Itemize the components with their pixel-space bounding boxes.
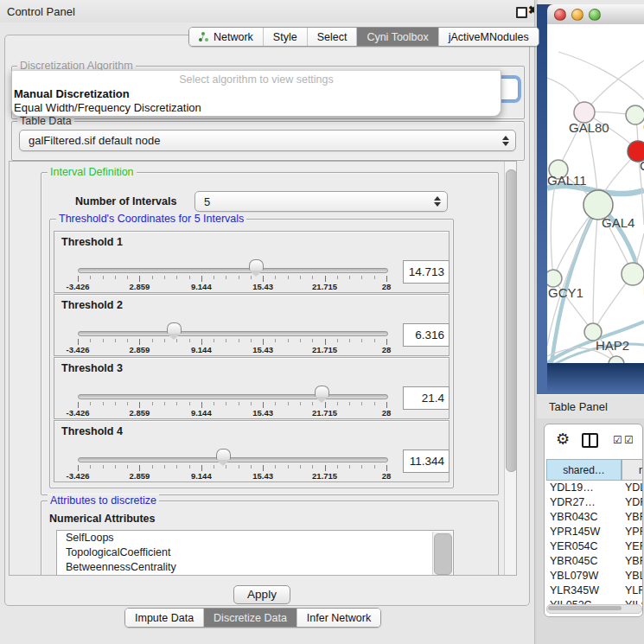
zoom-window-icon[interactable] — [589, 9, 601, 21]
thresholds-group-title: Threshold's Coordinates for 5 Intervals — [56, 213, 246, 225]
table-row[interactable]: YDL19…YDL1 — [546, 481, 642, 495]
node-table-panel: ⚙ ☑ ☑ shared… na YDL19…YDL1YDR27…YDR2YBR… — [544, 424, 643, 617]
tick-label: 9.144 — [191, 408, 212, 418]
tab-label: Style — [273, 31, 297, 43]
table-row[interactable]: YBL079WYBL0 — [546, 569, 642, 583]
cell-name[interactable]: YIL0 — [625, 598, 642, 604]
threshold-value-field[interactable]: 21.4 — [403, 386, 450, 410]
tab-network[interactable]: Network — [189, 28, 263, 46]
cell-name[interactable]: YER0 — [625, 539, 642, 554]
attribute-item-topologicalcoefficient[interactable]: TopologicalCoefficient — [57, 545, 453, 560]
network-canvas[interactable]: GAL80GACGAL11GAL4GCY1HHAP2 — [547, 24, 644, 363]
minimize-window-icon[interactable] — [571, 9, 583, 21]
cell-name[interactable]: YLR3 — [625, 583, 642, 598]
algorithm-popup: Select algorithm to view settings Manual… — [11, 70, 501, 117]
tab-discretize-data[interactable]: Discretize Data — [203, 609, 296, 627]
cell-shared-name[interactable]: YBL079W — [550, 569, 621, 583]
node-label: GAL4 — [602, 215, 634, 230]
table-row[interactable]: YPR145WYPR1 — [546, 525, 642, 539]
network-graph[interactable]: GAL80GACGAL11GAL4GCY1HHAP2 — [547, 24, 644, 363]
table-data-combo-value: galFiltered.sif default node — [29, 134, 160, 147]
table-row[interactable]: YBR043CYBR0 — [546, 510, 642, 525]
num-intervals-combo[interactable]: 5 — [194, 191, 448, 212]
settings-scrollbar-thumb[interactable] — [506, 169, 517, 472]
slider-thumb[interactable] — [167, 322, 182, 334]
tab-select[interactable]: Select — [307, 28, 357, 46]
threshold-value-field[interactable]: 14.713 — [403, 260, 450, 284]
table-data-combo[interactable]: galFiltered.sif default node — [19, 130, 516, 151]
attribute-item-betweennesscentrality[interactable]: BetweennessCentrality — [57, 560, 453, 575]
table-row[interactable]: YER054CYER0 — [546, 539, 642, 554]
cell-name[interactable]: YBL0 — [625, 569, 642, 583]
slider-track[interactable] — [78, 331, 388, 336]
attributes-listbox[interactable]: SelfLoopsTopologicalCoefficientBetweenne… — [56, 530, 454, 576]
settings-scrollbar[interactable] — [504, 162, 517, 575]
tab-jactivemnodules[interactable]: jActiveMNodules — [438, 28, 539, 46]
tick-label: -3.426 — [67, 282, 90, 291]
slider-ticks — [78, 276, 387, 282]
slider-track[interactable] — [78, 394, 388, 399]
tab-infer-network[interactable]: Infer Network — [296, 609, 380, 627]
attribute-item-selfloops[interactable]: SelfLoops — [57, 531, 453, 545]
cell-name[interactable]: YPR1 — [625, 525, 642, 539]
tick-label: 21.715 — [312, 471, 337, 481]
tick-label: -3.426 — [67, 408, 90, 418]
list-scrollbar-thumb[interactable] — [434, 533, 452, 575]
cell-shared-name[interactable]: YDR27… — [550, 495, 621, 510]
network-node-h[interactable] — [622, 263, 644, 285]
threshold-value-field[interactable]: 6.316 — [403, 323, 450, 347]
cell-shared-name[interactable]: YPR145W — [550, 525, 621, 539]
column-header-shared-name[interactable]: shared… — [546, 459, 622, 481]
slider-track[interactable] — [78, 268, 388, 273]
table-scrollbar-thumb[interactable] — [548, 606, 622, 610]
column-header-name[interactable]: na — [622, 459, 643, 481]
tick-label: 21.715 — [312, 408, 337, 418]
tick-label: 2.859 — [130, 282, 150, 291]
cell-shared-name[interactable]: YBR043C — [550, 510, 621, 525]
close-window-icon[interactable] — [554, 9, 566, 21]
table-row[interactable]: YBR045CYBR0 — [546, 554, 642, 569]
float-panel-icon[interactable] — [516, 7, 527, 18]
tick-label: 15.43 — [252, 471, 273, 481]
table-row[interactable]: YIL052CYIL0 — [546, 598, 642, 604]
network-node-ga[interactable] — [626, 105, 644, 124]
gear-icon[interactable]: ⚙ — [556, 430, 570, 449]
checkbox-icon[interactable]: ☑ — [613, 434, 622, 446]
table-horizontal-scrollbar[interactable] — [546, 604, 642, 614]
cell-shared-name[interactable]: YLR345W — [550, 583, 621, 598]
list-scrollbar[interactable] — [432, 532, 452, 576]
slider-thumb[interactable] — [249, 259, 264, 271]
cell-shared-name[interactable]: YBR045C — [550, 554, 621, 569]
tick-label: 9.144 — [191, 345, 212, 354]
cell-shared-name[interactable]: YDL19… — [550, 481, 621, 495]
cell-name[interactable]: YDR2 — [625, 495, 642, 510]
tick-label: 9.144 — [191, 471, 212, 481]
slider-scale: -3.4262.8599.14415.4321.71528 — [78, 408, 386, 418]
node-label: C — [640, 158, 644, 173]
node-label: GAL11 — [547, 173, 587, 188]
tab-impute-data[interactable]: Impute Data — [125, 609, 203, 627]
algorithm-option-equal-width-frequency-discretization[interactable]: Equal Width/Frequency Discretization — [14, 101, 502, 115]
algorithm-option-manual-discretization[interactable]: Manual Discretization — [14, 87, 502, 101]
cell-name[interactable]: YBR0 — [625, 554, 642, 569]
slider-track[interactable] — [78, 457, 388, 462]
apply-button[interactable]: Apply — [233, 585, 290, 604]
tab-cyni-toolbox[interactable]: Cyni Toolbox — [356, 28, 437, 46]
tab-style[interactable]: Style — [263, 28, 307, 46]
slider-thumb[interactable] — [216, 449, 231, 460]
threshold-value-field[interactable]: 11.344 — [403, 450, 450, 473]
slider-thumb[interactable] — [315, 386, 329, 397]
network-node-gcy1[interactable] — [547, 270, 562, 287]
node-label: GAL80 — [569, 120, 609, 135]
network-node[interactable] — [609, 356, 624, 363]
network-view-window[interactable]: GAL80GACGAL11GAL4GCY1HHAP2 — [537, 4, 644, 394]
split-view-icon[interactable] — [582, 433, 598, 448]
cell-name[interactable]: YBR0 — [625, 510, 642, 525]
network-window-titlebar[interactable] — [547, 4, 644, 25]
cell-shared-name[interactable]: YER054C — [550, 539, 621, 554]
cell-shared-name[interactable]: YIL052C — [550, 598, 621, 604]
cell-name[interactable]: YDL1 — [625, 481, 642, 495]
table-row[interactable]: YLR345WYLR3 — [546, 583, 642, 598]
table-row[interactable]: YDR27…YDR2 — [546, 495, 642, 510]
checkbox-icon[interactable]: ☑ — [624, 434, 634, 446]
